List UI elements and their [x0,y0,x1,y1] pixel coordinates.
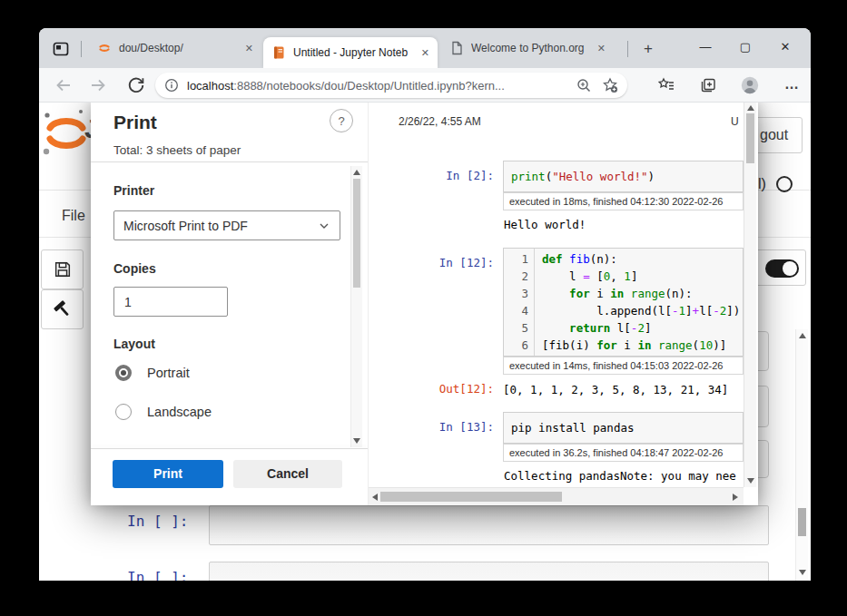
layout-label: Layout [113,337,155,351]
dark-mode-toggle[interactable] [765,259,799,278]
tab-jupyter-notebook-active[interactable]: Untitled - Jupyter Noteb ✕ [263,37,438,68]
code-token: pip install pandas [511,421,634,435]
cell-input-prompt: In [13]: [369,412,503,444]
scroll-down-icon[interactable] [353,438,360,444]
code-token: for [569,287,590,300]
code-token: return [569,321,610,335]
code-token: 2 [637,321,645,335]
cell-code-box: 123456def fib(n): l = [0, 1] for i in ra… [503,248,744,357]
settings-scrollbar[interactable] [350,166,362,447]
empty-code-cell[interactable] [209,562,769,581]
notebook-cells: In [2]:print("Hello world!")executed in … [369,161,744,484]
code-token: i [617,338,638,352]
new-tab-button[interactable]: + [638,39,658,59]
url-path: :8888/notebooks/dou/Desktop/Untitled.ipy… [233,79,504,93]
code-token: print [511,170,546,183]
code-token: "Hello world!" [552,170,647,183]
hammer-icon[interactable] [41,289,84,329]
line-number: 6 [504,337,528,354]
sheets-total-text: Total: 3 sheets of paper [113,143,241,157]
preview-vertical-scrollbar[interactable] [744,103,756,487]
cell-code-box: pip install pandas [503,412,744,444]
tab-python-org[interactable]: Welcome to Python.org ✕ [441,33,614,64]
scroll-left-icon[interactable] [372,494,378,501]
landscape-label[interactable]: Landscape [147,405,212,419]
code-lines: def fib(n): l = [0, 1] for i in range(n)… [535,249,743,356]
scroll-up-icon[interactable] [353,170,360,175]
tab-jupyter-home[interactable]: dou/Desktop/ ✕ [89,33,261,64]
divider [91,161,368,162]
empty-code-cell[interactable] [209,505,769,545]
logout-button[interactable]: gout [754,117,803,153]
tab-actions-icon[interactable] [52,40,70,58]
code-token [624,287,631,300]
menu-file[interactable]: File [62,208,85,224]
code-token: in [610,287,624,300]
code-token: ] [645,321,652,335]
code-token: range [631,287,665,300]
scroll-down-icon[interactable] [799,570,806,575]
scroll-down-icon[interactable] [747,478,754,484]
scroll-up-icon[interactable] [799,333,806,338]
scrollbar-thumb[interactable] [380,492,562,502]
save-button[interactable] [41,249,84,289]
site-info-icon[interactable] [164,78,179,93]
portrait-radio[interactable] [115,365,132,381]
jupyter-favicon-icon [97,41,112,55]
printer-select[interactable]: Microsoft Print to PDF [113,210,340,240]
favorites-icon[interactable] [656,75,676,95]
code-token: ] [631,269,638,283]
profile-avatar-icon[interactable] [740,75,760,95]
zoom-icon[interactable] [576,77,592,93]
code-token: l [542,269,583,283]
tab-bar: dou/Desktop/ ✕ Untitled - Jupyter Noteb … [39,28,811,68]
add-favorite-icon[interactable] [602,77,618,93]
notebook-cell: In [12]:123456def fib(n): l = [0, 1] for… [369,248,744,397]
more-menu-icon[interactable]: … [782,75,802,95]
code-line: for i in range(n): [542,285,743,302]
scroll-up-icon[interactable] [747,105,754,111]
tab-close-icon[interactable]: ✕ [245,43,253,54]
cell-input-row: In [12]:123456def fib(n): l = [0, 1] for… [369,248,744,357]
cell-output-prompt: Out[12]: [369,382,503,397]
execution-time-badge: executed in 36.2s, finished 04:18:47 202… [503,444,744,462]
landscape-radio[interactable] [115,404,132,420]
scrollbar-thumb[interactable] [746,113,754,163]
address-bar[interactable]: localhost:8888/notebooks/dou/Desktop/Unt… [155,73,627,98]
cancel-button[interactable]: Cancel [233,460,342,488]
tab-close-icon[interactable]: ✕ [597,43,606,54]
close-button[interactable]: ✕ [765,34,805,61]
code-token: , [610,269,624,283]
forward-icon[interactable] [88,75,108,95]
portrait-label[interactable]: Portrait [147,366,190,380]
code-line: l = [0, 1] [542,268,743,285]
print-button[interactable]: Print [113,460,223,488]
minimize-button[interactable]: — [685,34,725,61]
code-token [651,338,658,352]
code-token: (n): [665,287,693,300]
toggle-knob [783,261,797,276]
browser-toolbar: localhost:8888/notebooks/dou/Desktop/Unt… [39,68,811,103]
code-token: (n): [590,252,617,266]
scroll-right-icon[interactable] [733,494,738,501]
maximize-button[interactable]: ▢ [725,34,765,61]
code-token: [fib(i) [542,338,596,352]
help-button[interactable]: ? [330,109,353,132]
code-token: [ [590,269,604,283]
back-icon[interactable] [54,75,74,95]
tab-close-icon[interactable]: ✕ [421,47,429,59]
preview-horizontal-scrollbar[interactable] [369,487,744,505]
scrollbar-thumb[interactable] [353,179,360,288]
scrollbar-thumb[interactable] [798,508,806,536]
empty-cell-prompt: In [ ]: [127,513,188,530]
printer-select-value: Microsoft Print to PDF [123,219,318,233]
collections-icon[interactable] [698,75,718,95]
refresh-icon[interactable] [126,75,146,95]
code-token: for [596,338,617,352]
code-line: def fib(n): [542,250,743,268]
code-token: - [672,304,679,318]
code-line: [fib(i) for i in range(10)] [542,337,743,354]
page-scrollbar[interactable] [795,329,808,581]
notebook-cell: In [13]:pip install pandasexecuted in 36… [369,412,744,484]
copies-input[interactable] [113,287,228,317]
